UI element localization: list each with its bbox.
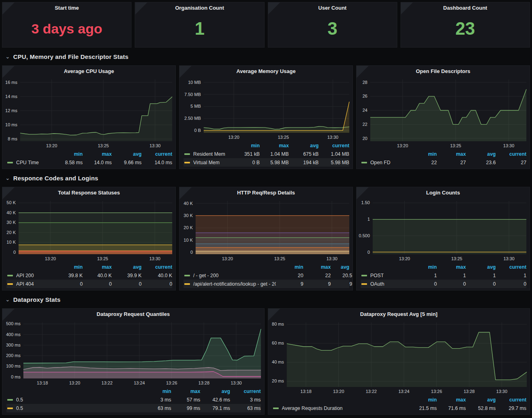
- legend-col-min[interactable]: min: [142, 389, 171, 394]
- panel-title[interactable]: Organisation Count: [135, 2, 264, 13]
- series-color-swatch[interactable]: [184, 162, 190, 163]
- panel-title[interactable]: User Count: [268, 2, 397, 13]
- series-color-swatch[interactable]: [184, 153, 190, 155]
- legend-col-min[interactable]: min: [408, 264, 437, 270]
- panel-title[interactable]: Average CPU Usage: [2, 66, 175, 77]
- series-color-swatch[interactable]: [184, 275, 190, 276]
- legend-col-current[interactable]: current: [319, 143, 349, 148]
- series-name[interactable]: Average Requests Duration: [282, 405, 343, 411]
- section-row-dataproxy[interactable]: ⌄ Dataproxy Stats: [2, 291, 530, 308]
- legend-row[interactable]: 0.5 3 ms 57 ms 42.6 ms 3 ms: [6, 395, 261, 404]
- series-name[interactable]: Open FD: [370, 160, 390, 165]
- series-name[interactable]: API 200: [16, 273, 34, 278]
- legend-col-current[interactable]: current: [496, 397, 526, 403]
- series-name[interactable]: Virtual Mem: [193, 160, 219, 165]
- series-color-swatch[interactable]: [361, 275, 367, 276]
- dataproxy-avg-chart[interactable]: 20 ms40 ms60 ms80 ms13:1813:2013:2213:24…: [268, 320, 530, 395]
- legend-col-max[interactable]: max: [171, 389, 200, 394]
- legend-row[interactable]: API 404 0 0 0 0: [6, 280, 172, 288]
- cpu-usage-chart[interactable]: 8 ms10 ms12 ms14 ms16 ms13:2013:2513:30: [2, 77, 175, 150]
- section-title[interactable]: Dataproxy Stats: [13, 296, 61, 303]
- legend-col-avg[interactable]: avg: [466, 151, 496, 157]
- series-color-swatch[interactable]: [7, 275, 13, 276]
- svg-text:13:28: 13:28: [463, 389, 475, 394]
- legend-col-avg[interactable]: avg: [200, 389, 230, 394]
- legend-avg-value: 20.5: [331, 273, 352, 278]
- legend-col-max[interactable]: max: [260, 143, 289, 148]
- series-color-swatch[interactable]: [7, 399, 13, 401]
- panel-title[interactable]: HTTP Req/Resp Details: [179, 187, 353, 198]
- series-name[interactable]: /api/alert-notifications/lookup - get - …: [193, 281, 276, 287]
- legend-col-current[interactable]: current: [496, 151, 526, 157]
- chart-legend: min max avg current Open FD 22 27 23.6 2…: [357, 150, 530, 169]
- legend-col-avg[interactable]: avg: [466, 397, 496, 403]
- series-color-swatch[interactable]: [7, 283, 13, 285]
- series-name[interactable]: CPU Time: [16, 160, 39, 165]
- legend-row[interactable]: Resident Mem 351 kB 1.04 MB 675 kB 1.04 …: [184, 150, 349, 158]
- legend-row[interactable]: / - get - 200 20 22 20.5: [184, 271, 349, 280]
- legend-row[interactable]: API 200 39.8 K 40.0 K 39.9 K 40.0 K: [6, 271, 172, 280]
- series-name[interactable]: 0.5: [16, 397, 23, 403]
- dataproxy-quantiles-chart[interactable]: 0 ms100 ms200 ms300 ms400 ms500 ms13:181…: [2, 320, 264, 387]
- section-row-response-codes[interactable]: ⌄ Responce Codes and Logins: [2, 169, 530, 187]
- series-name[interactable]: OAuth: [370, 281, 384, 287]
- panel-title[interactable]: Dataproxy Request Avg [5 min]: [268, 309, 530, 320]
- legend-row[interactable]: POST 1 1 1 1: [361, 271, 526, 280]
- open-fd-chart[interactable]: 202224262813:2013:2513:30: [357, 77, 530, 150]
- legend-row[interactable]: Average Requests Duration 21.5 ms 71.6 m…: [272, 404, 527, 412]
- legend-col-avg[interactable]: avg: [466, 264, 496, 270]
- response-statuses-chart[interactable]: 010 K20 K30 K40 K50 K13:2013:2513:30: [2, 198, 175, 263]
- legend-col-max[interactable]: max: [437, 264, 466, 270]
- legend-col-min[interactable]: min: [54, 264, 83, 270]
- section-row-cpu-memory-fd[interactable]: ⌄ CPU, Memory and File Descriptor Stats: [2, 48, 530, 65]
- legend-col-current[interactable]: current: [142, 264, 172, 270]
- section-title[interactable]: Responce Codes and Logins: [13, 175, 98, 182]
- legend-col-avg[interactable]: avg: [289, 143, 319, 148]
- section-title[interactable]: CPU, Memory and File Descriptor Stats: [13, 53, 129, 60]
- legend-col-min[interactable]: min: [54, 151, 83, 157]
- legend-col-min[interactable]: min: [276, 264, 303, 270]
- legend-col-max[interactable]: max: [437, 151, 466, 157]
- series-color-swatch[interactable]: [184, 283, 190, 285]
- legend-col-current[interactable]: current: [230, 389, 261, 394]
- legend-row[interactable]: OAuth 0 0 0 0: [361, 280, 526, 288]
- panel-title[interactable]: Open File Descriptors: [357, 66, 530, 77]
- series-name[interactable]: API 404: [16, 281, 34, 287]
- panel-title[interactable]: Dataproxy Request Quantiles: [2, 309, 264, 320]
- legend-col-current[interactable]: current: [142, 151, 172, 157]
- legend-col-max[interactable]: max: [303, 264, 331, 270]
- legend-col-current[interactable]: current: [496, 264, 526, 270]
- panel-title[interactable]: Dashboard Count: [401, 2, 530, 13]
- legend-row[interactable]: Open FD 22 27 23.6 27: [361, 158, 526, 167]
- series-name[interactable]: POST: [370, 273, 384, 278]
- legend-row[interactable]: Virtual Mem 0 B 5.98 MB 194 kB 5.98 MB: [184, 158, 349, 167]
- panel-title[interactable]: Total Response Statuses: [2, 187, 175, 198]
- legend-avg-value: 39.9 K: [112, 273, 142, 278]
- legend-col-avg[interactable]: avg: [112, 264, 142, 270]
- series-name[interactable]: Resident Mem: [193, 151, 225, 157]
- series-color-swatch[interactable]: [361, 283, 367, 285]
- legend-col-avg[interactable]: avg: [112, 151, 142, 157]
- series-color-swatch[interactable]: [7, 162, 13, 163]
- memory-usage-chart[interactable]: 0 B2.50 MB5 MB7.50 MB10 MB13:2013:2513:3…: [179, 77, 353, 141]
- panel-title[interactable]: Average Memory Usage: [179, 66, 353, 77]
- series-color-swatch[interactable]: [361, 162, 367, 163]
- panel-title[interactable]: Login Counts: [357, 187, 530, 198]
- legend-row[interactable]: 0.5 63 ms 99 ms 79.1 ms 63 ms: [6, 404, 261, 412]
- series-name[interactable]: / - get - 200: [193, 273, 219, 278]
- panel-title[interactable]: Start time: [2, 2, 131, 13]
- legend-col-max[interactable]: max: [83, 264, 112, 270]
- legend-col-avg[interactable]: avg: [331, 264, 349, 270]
- legend-col-min[interactable]: min: [231, 143, 260, 148]
- login-counts-chart[interactable]: 00.50011.5013:2013:2513:30: [357, 198, 530, 263]
- series-name[interactable]: 0.5: [16, 405, 23, 411]
- legend-col-max[interactable]: max: [437, 397, 466, 403]
- legend-col-max[interactable]: max: [83, 151, 112, 157]
- legend-row[interactable]: /api/alert-notifications/lookup - get - …: [184, 280, 349, 288]
- legend-row[interactable]: CPU Time 8.58 ms 14.0 ms 9.66 ms 14.0 ms: [6, 158, 172, 167]
- legend-col-min[interactable]: min: [408, 151, 437, 157]
- series-color-swatch[interactable]: [273, 408, 279, 409]
- series-color-swatch[interactable]: [7, 408, 13, 409]
- legend-col-min[interactable]: min: [408, 397, 437, 403]
- http-details-chart[interactable]: 010 K20 K30 K40 K13:2013:2513:30: [179, 198, 353, 263]
